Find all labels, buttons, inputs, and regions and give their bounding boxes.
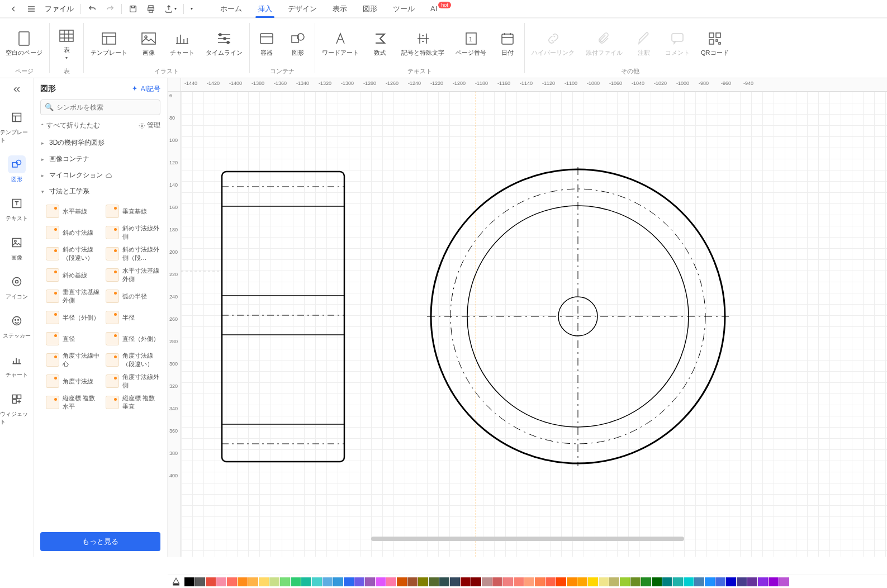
shape-tile[interactable]: 水平寸法基線外側 bbox=[106, 265, 161, 284]
color-swatch[interactable] bbox=[535, 577, 545, 586]
color-swatch[interactable] bbox=[567, 577, 577, 586]
color-swatch[interactable] bbox=[492, 577, 502, 586]
tab-ai[interactable]: AIhot bbox=[423, 1, 459, 16]
color-swatch[interactable] bbox=[407, 577, 418, 586]
color-swatch[interactable] bbox=[461, 577, 471, 586]
shape-tile[interactable]: 縦座標 複数垂直 bbox=[106, 393, 161, 412]
color-swatch[interactable] bbox=[556, 577, 566, 586]
rail-text[interactable]: テキスト bbox=[0, 189, 33, 228]
shape-tile[interactable]: 斜め寸法線外側 bbox=[106, 223, 161, 242]
color-swatch[interactable] bbox=[248, 577, 258, 586]
shape-tile[interactable]: 角度寸法線 bbox=[46, 372, 101, 391]
manage-button[interactable]: 管理 bbox=[139, 121, 160, 130]
more-button[interactable]: ▾ bbox=[186, 4, 197, 13]
color-swatch[interactable] bbox=[269, 577, 279, 586]
timeline-button[interactable]: タイムライン bbox=[200, 22, 248, 66]
print-button[interactable] bbox=[142, 2, 160, 16]
color-swatch[interactable] bbox=[524, 577, 534, 586]
color-swatch[interactable] bbox=[280, 577, 290, 586]
color-swatch[interactable] bbox=[514, 577, 524, 586]
shape-tile[interactable]: 斜め寸法線外側（段… bbox=[106, 244, 161, 263]
color-swatch[interactable] bbox=[503, 577, 513, 586]
shape-tile[interactable]: 縦座標 複数水平 bbox=[46, 393, 101, 412]
color-swatch[interactable] bbox=[471, 577, 481, 586]
blank-page-button[interactable]: 空白のページ bbox=[0, 22, 48, 66]
rail-chart[interactable]: チャート bbox=[0, 345, 33, 385]
color-swatch[interactable] bbox=[301, 577, 311, 586]
rail-widget[interactable]: ウィジェット bbox=[0, 385, 33, 431]
color-swatch[interactable] bbox=[291, 577, 301, 586]
color-swatch[interactable] bbox=[365, 577, 375, 586]
shape-tile[interactable]: 斜め基線 bbox=[46, 265, 101, 284]
rail-template[interactable]: テンプレート bbox=[0, 103, 33, 150]
tab-design[interactable]: デザイン bbox=[280, 1, 325, 17]
shape-tile[interactable]: 直径 bbox=[46, 329, 101, 348]
color-swatch[interactable] bbox=[769, 577, 779, 586]
rail-shape[interactable]: 図形 bbox=[0, 150, 33, 189]
color-swatch[interactable] bbox=[662, 577, 672, 586]
color-swatch[interactable] bbox=[705, 577, 715, 586]
back-button[interactable] bbox=[4, 2, 22, 16]
color-swatch[interactable] bbox=[758, 577, 768, 586]
ai-symbol-button[interactable]: AI記号 bbox=[131, 84, 160, 94]
shape-tile[interactable]: 弧の半径 bbox=[106, 287, 161, 306]
shape-tile[interactable]: 斜め寸法線（段違い） bbox=[46, 244, 101, 263]
category-3d-geom[interactable]: ▸3Dの幾何学的図形 bbox=[40, 135, 160, 151]
color-swatch[interactable] bbox=[726, 577, 736, 586]
page-number-button[interactable]: 1ページ番号 bbox=[450, 22, 492, 66]
shape-tile[interactable]: 直径（外側） bbox=[106, 329, 161, 348]
shape-tile[interactable]: 半径 bbox=[106, 308, 161, 327]
shape-tile[interactable]: 斜め寸法線 bbox=[46, 223, 101, 242]
category-my-collection[interactable]: ▸マイコレクション bbox=[40, 167, 160, 183]
color-swatch[interactable] bbox=[546, 577, 556, 586]
save-button[interactable] bbox=[124, 2, 142, 16]
color-swatch[interactable] bbox=[482, 577, 492, 586]
drawing-circles[interactable] bbox=[421, 164, 734, 469]
color-swatch[interactable] bbox=[588, 577, 598, 586]
shape-tile[interactable]: 角度寸法線外側 bbox=[106, 372, 161, 391]
redo-button[interactable] bbox=[101, 2, 119, 16]
shape-button[interactable]: 図形 bbox=[282, 22, 314, 66]
shape-tile[interactable]: 垂直寸法基線外側 bbox=[46, 287, 101, 306]
canvas[interactable] bbox=[181, 92, 887, 557]
tab-tool[interactable]: ツール bbox=[385, 1, 423, 17]
color-swatch[interactable] bbox=[620, 577, 630, 586]
color-swatch[interactable] bbox=[609, 577, 619, 586]
wordart-button[interactable]: ワードアート bbox=[316, 22, 364, 66]
horizontal-scrollbar[interactable] bbox=[349, 537, 885, 542]
collapse-rail-button[interactable] bbox=[10, 83, 23, 96]
color-swatch[interactable] bbox=[779, 577, 789, 586]
color-swatch[interactable] bbox=[333, 577, 343, 586]
color-swatch[interactable] bbox=[577, 577, 587, 586]
color-swatch[interactable] bbox=[354, 577, 364, 586]
category-dimension[interactable]: ▾寸法と工学系 bbox=[40, 183, 160, 200]
color-swatch[interactable] bbox=[216, 577, 226, 586]
color-swatch[interactable] bbox=[386, 577, 396, 586]
category-image-container[interactable]: ▸画像コンテナ bbox=[40, 151, 160, 167]
tab-home[interactable]: ホーム bbox=[212, 1, 250, 17]
color-picker-icon[interactable] bbox=[170, 577, 182, 586]
shape-tile[interactable]: 水平基線 bbox=[46, 202, 101, 221]
shape-tile[interactable]: 角度寸法線（段違い） bbox=[106, 350, 161, 369]
color-swatch[interactable] bbox=[450, 577, 460, 586]
see-more-button[interactable]: もっと見る bbox=[40, 532, 160, 551]
rail-image[interactable]: 画像 bbox=[0, 228, 33, 267]
tab-view[interactable]: 表示 bbox=[325, 1, 355, 17]
drawing-rectangle[interactable] bbox=[220, 170, 346, 463]
formula-button[interactable]: 数式 bbox=[364, 22, 396, 66]
table-button[interactable]: 表▾ bbox=[51, 22, 82, 66]
color-swatch[interactable] bbox=[184, 577, 195, 586]
shape-tile[interactable]: 角度寸法線中心 bbox=[46, 350, 101, 369]
rail-icon[interactable]: アイコン bbox=[0, 267, 33, 306]
search-input[interactable] bbox=[40, 99, 160, 115]
qrcode-button[interactable]: QRコード bbox=[695, 22, 734, 66]
color-swatch[interactable] bbox=[259, 577, 269, 586]
color-swatch[interactable] bbox=[673, 577, 683, 586]
color-swatch[interactable] bbox=[397, 577, 407, 586]
color-swatch[interactable] bbox=[376, 577, 386, 586]
color-swatch[interactable] bbox=[312, 577, 322, 586]
color-swatch[interactable] bbox=[652, 577, 662, 586]
template-button[interactable]: テンプレート bbox=[85, 22, 133, 66]
date-button[interactable]: 日付 bbox=[492, 22, 523, 66]
tab-insert[interactable]: 挿入 bbox=[250, 1, 280, 17]
